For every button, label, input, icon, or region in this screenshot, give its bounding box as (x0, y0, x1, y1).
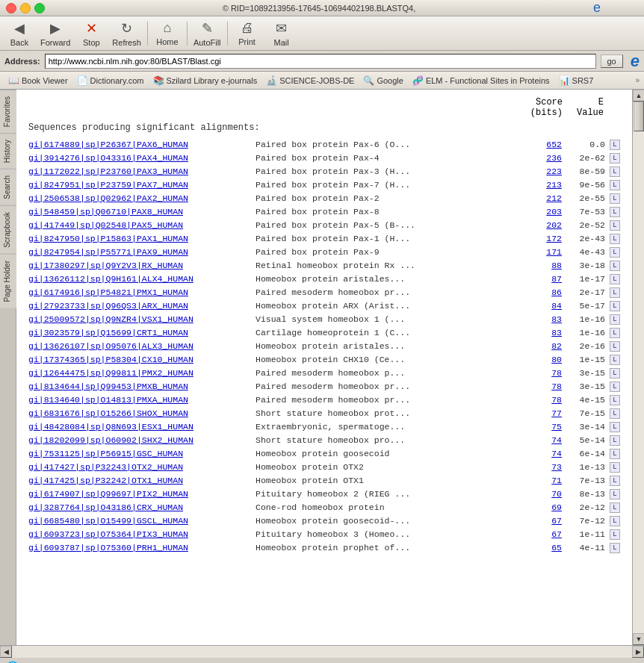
result-link-3[interactable]: gi|8247951|sp|P23759|PAX7_HUMAN (28, 179, 253, 191)
refresh-button[interactable]: ↻ Refresh (109, 19, 144, 49)
result-link-17[interactable]: gi|12644475|sp|Q99811|PMX2_HUMAN (28, 367, 253, 379)
url-input[interactable] (45, 54, 596, 69)
result-link-18[interactable]: gi|8134644|sp|Q99453|PMXB_HUMAN (28, 381, 253, 393)
result-link-22[interactable]: gi|18202099|sp|O60902|SHX2_HUMAN (28, 435, 253, 446)
horizontal-scrollbar[interactable]: ◀ ▶ (0, 645, 644, 657)
result-badge-27[interactable]: L (610, 502, 620, 513)
stop-button[interactable]: ✕ Stop (75, 19, 108, 49)
scroll-left-arrow[interactable]: ◀ (0, 646, 12, 658)
result-score-18[interactable]: 78 (532, 381, 562, 393)
bookmark-item-1[interactable]: 📄 Dictionary.com (73, 75, 148, 87)
result-badge-1[interactable]: L (610, 153, 620, 164)
scroll-right-arrow[interactable]: ▶ (632, 646, 644, 658)
close-button[interactable] (6, 3, 16, 13)
result-link-12[interactable]: gi|27923733|sp|Q96QS3|ARX_HUMAN (28, 300, 253, 312)
result-badge-28[interactable]: L (610, 516, 620, 526)
result-link-1[interactable]: gi|3914276|sp|O43316|PAX4_HUMAN (28, 152, 253, 164)
bookmark-item-5[interactable]: 🧬 ELM - Functional Sites in Proteins (409, 75, 554, 87)
result-score-21[interactable]: 75 (532, 421, 562, 433)
result-score-25[interactable]: 71 (532, 475, 562, 487)
result-score-5[interactable]: 203 (532, 206, 562, 218)
sidebar-tab-history[interactable]: History (0, 133, 16, 169)
result-badge-14[interactable]: L (610, 328, 620, 338)
sidebar-tab-scrapbook[interactable]: Scrapbook (0, 205, 16, 254)
sidebar-tab-pageholder[interactable]: Page Holder (0, 254, 16, 308)
result-badge-7[interactable]: L (610, 234, 620, 244)
result-link-0[interactable]: gi|6174889|sp|P26367|PAX6_HUMAN (28, 139, 253, 151)
result-badge-9[interactable]: L (610, 261, 620, 271)
result-link-27[interactable]: gi|3287764|sp|O43186|CRX_HUMAN (28, 502, 253, 514)
result-badge-21[interactable]: L (610, 422, 620, 432)
print-button[interactable]: 🖨 Print (231, 19, 264, 49)
scroll-track[interactable] (633, 102, 644, 633)
result-badge-6[interactable]: L (610, 220, 620, 231)
result-badge-16[interactable]: L (610, 355, 620, 365)
result-badge-29[interactable]: L (610, 529, 620, 540)
bookmark-item-2[interactable]: 📚 Szilard Library e-journals (149, 75, 261, 87)
maximize-button[interactable] (34, 3, 45, 13)
result-link-26[interactable]: gi|6174907|sp|Q99697|PIX2_HUMAN (28, 488, 253, 500)
result-link-8[interactable]: gi|8247954|sp|P55771|PAX9_HUMAN (28, 246, 253, 258)
result-score-16[interactable]: 80 (532, 354, 562, 366)
autofill-button[interactable]: ✎ AutoFill (191, 19, 224, 49)
result-badge-18[interactable]: L (610, 382, 620, 392)
scroll-thumb[interactable] (634, 102, 644, 131)
result-link-19[interactable]: gi|8134640|sp|O14813|PMXA_HUMAN (28, 394, 253, 406)
result-link-16[interactable]: gi|17374365|sp|P58304|CX10_HUMAN (28, 354, 253, 366)
bookmarks-more[interactable]: » (635, 76, 640, 84)
bookmark-item-0[interactable]: 📖 Book Viewer (4, 75, 72, 87)
result-score-29[interactable]: 67 (532, 529, 562, 541)
result-score-24[interactable]: 73 (532, 461, 562, 473)
home-button[interactable]: ⌂ Home (151, 19, 184, 49)
bookmark-item-6[interactable]: 📊 SRS7 (555, 75, 598, 87)
result-badge-13[interactable]: L (610, 314, 620, 325)
result-link-15[interactable]: gi|13626107|sp|O95076|ALX3_HUMAN (28, 340, 253, 352)
result-score-14[interactable]: 83 (532, 327, 562, 339)
result-score-7[interactable]: 172 (532, 233, 562, 245)
result-score-26[interactable]: 70 (532, 488, 562, 500)
sidebar-tab-search[interactable]: Search (0, 169, 16, 205)
right-scrollbar[interactable]: ▲ ▼ (632, 90, 644, 645)
result-badge-26[interactable]: L (610, 489, 620, 499)
result-link-21[interactable]: gi|48428084|sp|Q8N693|ESX1_HUMAN (28, 421, 253, 433)
result-score-22[interactable]: 74 (532, 435, 562, 446)
result-badge-17[interactable]: L (610, 368, 620, 379)
h-scroll-track[interactable] (12, 646, 632, 658)
result-link-14[interactable]: gi|3023579|sp|Q15699|CRT1_HUMAN (28, 327, 253, 339)
scroll-down-arrow[interactable]: ▼ (633, 633, 644, 645)
result-score-11[interactable]: 86 (532, 287, 562, 299)
result-badge-3[interactable]: L (610, 180, 620, 190)
result-link-24[interactable]: gi|417427|sp|P32243|OTX2_HUMAN (28, 461, 253, 473)
result-link-28[interactable]: gi|6685480|sp|O15499|GSCL_HUMAN (28, 515, 253, 527)
forward-button[interactable]: ▶ Forward (37, 19, 73, 49)
result-score-4[interactable]: 212 (532, 193, 562, 205)
result-badge-8[interactable]: L (610, 247, 620, 258)
result-score-2[interactable]: 223 (532, 166, 562, 178)
sidebar-tab-favorites[interactable]: Favorites (0, 90, 16, 133)
result-score-13[interactable]: 83 (532, 314, 562, 326)
result-score-19[interactable]: 78 (532, 394, 562, 406)
result-badge-30[interactable]: L (610, 543, 620, 553)
result-score-1[interactable]: 236 (532, 152, 562, 164)
result-badge-19[interactable]: L (610, 395, 620, 405)
result-score-27[interactable]: 69 (532, 502, 562, 514)
result-badge-25[interactable]: L (610, 476, 620, 486)
result-badge-5[interactable]: L (610, 207, 620, 217)
result-score-17[interactable]: 78 (532, 367, 562, 379)
result-badge-10[interactable]: L (610, 274, 620, 284)
result-link-20[interactable]: gi|6831676|sp|O15266|SHOX_HUMAN (28, 408, 253, 420)
result-score-28[interactable]: 67 (532, 515, 562, 527)
result-badge-24[interactable]: L (610, 462, 620, 473)
result-link-25[interactable]: gi|417425|sp|P32242|OTX1_HUMAN (28, 475, 253, 487)
result-link-13[interactable]: gi|25009572|sp|Q9NZR4|VSX1_HUMAN (28, 314, 253, 326)
result-link-4[interactable]: gi|2506538|sp|Q02962|PAX2_HUMAN (28, 193, 253, 205)
result-link-2[interactable]: gi|1172022|sp|P23760|PAX3_HUMAN (28, 166, 253, 178)
window-controls[interactable] (6, 3, 45, 13)
result-badge-2[interactable]: L (610, 166, 620, 177)
minimize-button[interactable] (20, 3, 31, 13)
result-link-10[interactable]: gi|13626112|sp|Q9H161|ALX4_HUMAN (28, 273, 253, 285)
scroll-up-arrow[interactable]: ▲ (633, 90, 644, 102)
result-score-20[interactable]: 77 (532, 408, 562, 420)
result-badge-11[interactable]: L (610, 287, 620, 298)
result-score-23[interactable]: 74 (532, 448, 562, 460)
